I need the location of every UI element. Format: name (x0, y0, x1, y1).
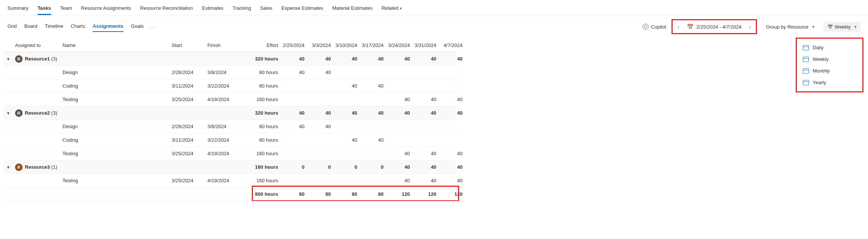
task-row[interactable]: Testing3/25/20244/19/2024160 hours404040 (4, 147, 455, 160)
calendar-icon (803, 68, 809, 74)
col-finish: Finish (205, 42, 243, 48)
view-tab-assignments[interactable]: Assignments (93, 22, 123, 32)
group-val-2: 40 (333, 110, 359, 116)
task-finish: 3/8/2024 (205, 70, 243, 75)
task-effort: 160 hours (243, 178, 280, 183)
group-val-1: 0 (307, 164, 333, 170)
col-assigned-to: Assigned to (13, 42, 60, 48)
main-tab-tracking[interactable]: Tracking (233, 3, 251, 15)
group-val-2: 0 (333, 164, 359, 170)
avatar: R (15, 109, 23, 117)
timescale-menu: DailyWeeklyMonthlyYearly (796, 38, 863, 92)
copilot-button[interactable]: Copilot (643, 24, 666, 30)
task-name: Design (60, 124, 169, 129)
group-val-6: 40 (439, 110, 465, 116)
task-val-4: 40 (386, 97, 412, 102)
task-effort: 80 hours (243, 70, 280, 75)
view-more-button[interactable]: · · · (150, 24, 157, 30)
col-name: Name (60, 42, 169, 48)
task-val-6: 40 (439, 97, 465, 102)
task-effort: 160 hours (243, 151, 280, 156)
group-row[interactable]: ▾RResource2 (3)320 hours40404040404040 (4, 106, 455, 120)
task-start: 3/25/2024 (169, 97, 205, 102)
task-start: 3/25/2024 (169, 178, 205, 183)
group-row[interactable]: ▾RResource1 (3)320 hours40404040404040 (4, 52, 455, 66)
main-tab-bar: SummaryTasksTeamResource AssignmentsReso… (0, 0, 868, 15)
group-val-5: 40 (412, 56, 439, 62)
total-val-4: 120 (386, 191, 412, 197)
group-val-5: 40 (412, 164, 439, 170)
timescale-option-yearly[interactable]: Yearly (797, 77, 862, 88)
group-assigned-cell: RResource2 (3) (13, 109, 60, 117)
expand-toggle[interactable]: ▾ (4, 56, 13, 62)
group-val-2: 40 (333, 56, 359, 62)
view-tab-board[interactable]: Board (24, 22, 38, 32)
grid-header-row: Assigned toNameStartFinishEffort2/25/202… (4, 39, 455, 52)
task-val-0: 40 (280, 70, 307, 75)
task-start: 2/26/2024 (169, 124, 205, 129)
task-row[interactable]: Testing3/25/20244/19/2024160 hours404040 (4, 93, 455, 106)
sub-toolbar: GridBoardTimelineChartsAssignmentsGoals … (0, 15, 868, 36)
task-finish: 3/22/2024 (205, 83, 243, 89)
main-tab-summary[interactable]: Summary (8, 3, 29, 15)
total-val-2: 80 (333, 191, 359, 197)
task-val-1: 40 (307, 124, 333, 129)
group-by-dropdown[interactable]: Group by Resource (762, 22, 818, 32)
expand-toggle[interactable]: ▾ (4, 110, 13, 116)
task-val-5: 40 (412, 178, 439, 183)
main-tab-team[interactable]: Team (60, 3, 72, 15)
view-tab-bar: GridBoardTimelineChartsAssignmentsGoals (8, 22, 144, 32)
timescale-option-weekly[interactable]: Weekly (797, 53, 862, 65)
main-tab-material-estimates[interactable]: Material Estimates (332, 3, 373, 15)
timescale-option-monthly[interactable]: Monthly (797, 65, 862, 77)
main-tab-estimates[interactable]: Estimates (202, 3, 223, 15)
view-tab-timeline[interactable]: Timeline (45, 22, 63, 32)
group-row[interactable]: ▾RResource3 (1)160 hours0000404040 (4, 160, 455, 174)
timescale-option-label: Yearly (813, 80, 826, 85)
group-val-6: 40 (439, 56, 465, 62)
task-effort: 80 hours (243, 124, 280, 129)
group-val-5: 40 (412, 110, 439, 116)
task-val-3: 40 (359, 137, 386, 143)
task-name: Testing (60, 151, 169, 156)
main-tab-related[interactable]: Related▾ (382, 3, 402, 15)
group-val-0: 0 (280, 164, 307, 170)
calendar-icon: 📅 (687, 24, 693, 30)
group-val-0: 40 (280, 110, 307, 116)
task-row[interactable]: Testing3/25/20244/19/2024160 hours404040 (4, 174, 455, 188)
task-name: Coding (60, 137, 169, 143)
task-name: Testing (60, 97, 169, 102)
view-tab-goals[interactable]: Goals (131, 22, 144, 32)
date-next-button[interactable]: › (745, 24, 756, 30)
main-tab-resource-assignments[interactable]: Resource Assignments (81, 3, 131, 15)
main-tab-resource-reconciliation[interactable]: Resource Reconciliation (140, 3, 193, 15)
task-val-2: 40 (333, 83, 359, 89)
main-tab-sales[interactable]: Sales (260, 3, 273, 15)
group-assigned-cell: RResource1 (3) (13, 55, 60, 63)
group-assigned-cell: RResource3 (1) (13, 163, 60, 171)
avatar: R (15, 163, 23, 171)
view-tab-grid[interactable]: Grid (8, 22, 17, 32)
main-tab-expense-estimates[interactable]: Expense Estimates (281, 3, 323, 15)
view-tab-charts[interactable]: Charts (71, 22, 85, 32)
timescale-option-daily[interactable]: Daily (797, 42, 862, 53)
task-row[interactable]: Coding3/11/20243/22/202480 hours4040 (4, 79, 455, 93)
task-start: 3/25/2024 (169, 151, 205, 156)
expand-toggle[interactable]: ▾ (4, 165, 13, 170)
task-val-5: 40 (412, 97, 439, 102)
task-val-4: 40 (386, 151, 412, 156)
task-row[interactable]: Coding3/11/20243/22/202480 hours4040 (4, 133, 455, 147)
calendar-icon (803, 45, 809, 50)
timescale-dropdown[interactable]: Weekly (824, 22, 860, 32)
main-tab-tasks[interactable]: Tasks (38, 3, 51, 15)
task-finish: 4/19/2024 (205, 97, 243, 102)
task-start: 3/11/2024 (169, 137, 205, 143)
date-prev-button[interactable]: ‹ (673, 24, 684, 30)
copilot-label: Copilot (651, 24, 666, 30)
date-range-button[interactable]: 📅 2/25/2024 - 4/7/2024 (684, 24, 745, 30)
task-row[interactable]: Design2/26/20243/8/202480 hours4040 (4, 66, 455, 79)
task-row[interactable]: Design2/26/20243/8/202480 hours4040 (4, 120, 455, 133)
group-val-3: 0 (359, 164, 386, 170)
task-name: Design (60, 70, 169, 75)
group-val-6: 40 (439, 164, 465, 170)
